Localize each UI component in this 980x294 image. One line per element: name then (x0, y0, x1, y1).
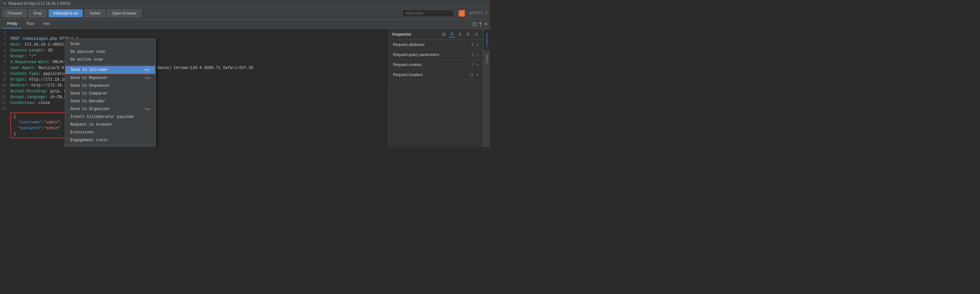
pilcrow-icon[interactable]: ¶ (479, 21, 482, 27)
inspector-section-label: Request attributes (393, 43, 471, 47)
chevron-right-icon-3: › (148, 138, 150, 142)
intercept-button[interactable]: Intercept is on (49, 9, 83, 17)
toolbar: Forward Drop Intercept is on Action Open… (0, 8, 490, 19)
chevron-down-icon-2: ∨ (476, 53, 479, 57)
menu-item-scan[interactable]: Scan (65, 40, 155, 48)
inspector-list-icon[interactable]: ▤ (441, 31, 447, 37)
chevron-down-icon-4: ∨ (476, 73, 479, 77)
inspector-cookies[interactable]: Request cookies 0 ∨ (389, 60, 483, 70)
menu-item-send-comparer[interactable]: Send to Comparer (65, 90, 155, 98)
help-icon[interactable]: ? (485, 11, 487, 16)
menu-item-change-method[interactable]: Change request method (65, 146, 155, 147)
action-button[interactable]: Action (84, 9, 105, 17)
tab-raw[interactable]: Raw (22, 19, 38, 28)
menu-item-label: Send to Repeater (70, 76, 108, 80)
menu-item-label: Send to Comparer (70, 91, 108, 96)
forward-button[interactable]: Forward (3, 9, 27, 17)
editor-panel[interactable]: 12345 678910 11121314 POST /checklogin.p… (0, 29, 389, 147)
menu-item-label: Send to Sequencer (70, 84, 110, 88)
inspector-request-headers[interactable]: Request headers 11 ∨ (389, 70, 483, 80)
chevron-right-icon: › (148, 123, 150, 126)
inspector-section-label-3: Request cookies (393, 63, 471, 67)
menu-item-label: Send to Organizer (70, 107, 110, 111)
menu-item-passive-scan[interactable]: Do passive scan (65, 48, 155, 56)
inspector-attributes-count: 2 (471, 43, 474, 47)
title-bar: ✏ Request to http://172.16.19.1:30022 (0, 0, 490, 8)
inspector-panel: Inspector ▤ ⊞ ⇅ ⚙ ✕ Request attributes 2… (389, 29, 483, 147)
title-text: Request to http://172.16.19.1:30022 (8, 1, 70, 6)
inspector-headers-count: 11 (469, 73, 474, 77)
menu-item-send-intruder[interactable]: Send to Intruder ^⌘I (65, 66, 155, 74)
menu-item-label: Send to Intruder (71, 68, 108, 72)
inspector-query-count: 0 (471, 52, 474, 57)
shortcut-intruder: ^⌘I (143, 68, 150, 72)
inspector-close-icon[interactable]: ✕ (474, 31, 480, 37)
shortcut-repeater: ^⌘R (144, 76, 150, 80)
tabs-bar: Pretty Raw Hex ⊡ ¶ ≡ (0, 19, 490, 29)
drop-button[interactable]: Drop (29, 9, 47, 17)
open-browser-button[interactable]: Open browser (107, 9, 142, 17)
menu-item-send-organizer[interactable]: Send to Organizer ^⌘O (65, 105, 155, 113)
chevron-right-icon-2: › (148, 131, 150, 134)
line-numbers: 12345 678910 11121314 (0, 29, 6, 113)
menu-item-label: Request in browser (70, 122, 113, 127)
context-menu: Scan Do passive scan Do active scan Send… (65, 38, 156, 147)
menu-item-label: Send to Decoder (70, 99, 105, 104)
shortcut-organizer: ^⌘O (144, 107, 150, 111)
add-notes-input[interactable] (402, 9, 454, 17)
chevron-down-icon: ∨ (476, 43, 479, 47)
tabs-right-icons: ⊡ ¶ ≡ (473, 21, 487, 27)
menu-item-label: Insert Collaborator payload (70, 115, 133, 119)
inspector-query-params[interactable]: Request query parameters 0 ∨ (389, 50, 483, 60)
menu-item-label: Engagement tools (70, 138, 108, 142)
inspector-header: Inspector ▤ ⊞ ⇅ ⚙ ✕ (389, 29, 483, 40)
inspector-section-label-4: Request headers (393, 73, 469, 77)
inspector-section-label-2: Request query parameters (393, 52, 471, 57)
menu-item-label: Do active scan (70, 57, 103, 62)
menu-item-send-repeater[interactable]: Send to Repeater ^⌘R (65, 74, 155, 82)
chevron-down-icon-3: ∨ (476, 63, 479, 67)
menu-item-active-scan[interactable]: Do active scan (65, 56, 155, 63)
menu-item-extensions[interactable]: Extensions › (65, 128, 155, 136)
inspector-table-icon[interactable]: ⊞ (449, 31, 455, 38)
right-tabs: Inspector Notes (483, 29, 490, 147)
menu-item-send-decoder[interactable]: Send to Decoder (65, 98, 155, 105)
menu-item-label: Extensions (70, 130, 94, 135)
inspector-cookies-count: 0 (471, 63, 474, 67)
http-badge: HTTP/1 (469, 11, 483, 16)
word-wrap-icon[interactable]: ⊡ (473, 21, 477, 27)
tab-pretty[interactable]: Pretty (3, 19, 22, 28)
menu-icon[interactable]: ≡ (485, 21, 487, 27)
menu-item-request-browser[interactable]: Request in browser › (65, 121, 155, 128)
inspector-settings-icon[interactable]: ⚙ (465, 31, 471, 37)
menu-separator-2 (65, 145, 155, 145)
menu-item-send-sequencer[interactable]: Send to Sequencer (65, 82, 155, 90)
inspector-sort-icon[interactable]: ⇅ (457, 31, 463, 37)
menu-item-label: Do passive scan (70, 49, 105, 54)
menu-item-label: Scan (70, 42, 80, 46)
menu-item-engagement[interactable]: Engagement tools › (65, 136, 155, 144)
tab-hex[interactable]: Hex (38, 19, 54, 28)
right-tab-inspector[interactable]: Inspector (484, 29, 490, 50)
pencil-icon: ✏ (3, 1, 6, 6)
inspector-request-attributes[interactable]: Request attributes 2 ∨ (389, 40, 483, 50)
right-tab-notes[interactable]: Notes (484, 50, 490, 66)
inspector-title: Inspector (392, 32, 438, 36)
menu-item-collaborator[interactable]: Insert Collaborator payload (65, 113, 155, 121)
burp-logo-icon (458, 9, 466, 17)
main-area: 12345 678910 11121314 POST /checklogin.p… (0, 29, 490, 147)
